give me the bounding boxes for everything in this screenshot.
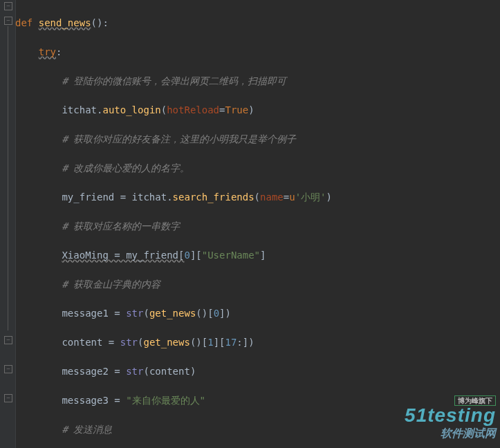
watermark-sub: 软件测试网 [441, 427, 496, 439]
code-line[interactable]: content = str(get_news()[1][17:]) [15, 335, 344, 350]
code-line[interactable]: message3 = "来自你最爱的人" [15, 393, 344, 408]
code-line[interactable]: # 获取金山字典的内容 [15, 277, 344, 292]
fold-icon[interactable]: − [4, 2, 12, 10]
fold-icon[interactable]: − [4, 17, 12, 25]
watermark-brand: 51testing [405, 404, 496, 426]
code-line[interactable]: # 改成你最心爱的人的名字。 [15, 161, 344, 176]
code-line[interactable]: # 发送消息 [15, 422, 344, 437]
code-line[interactable]: message2 = str(content) [15, 364, 344, 379]
code-line[interactable]: # 获取你对应的好友备注，这里的小明我只是举个例子 [15, 132, 344, 147]
code-editor[interactable]: def send_news(): try: # 登陆你的微信账号，会弹出网页二维… [15, 1, 344, 448]
code-line[interactable]: # 获取对应名称的一串数字 [15, 219, 344, 234]
code-line[interactable]: def send_news(): [15, 16, 344, 30]
editor-gutter: − − − − − [0, 0, 16, 448]
code-line[interactable]: message1 = str(get_news()[0]) [15, 306, 344, 321]
fold-icon[interactable]: − [4, 336, 12, 344]
fold-icon[interactable]: − [4, 365, 12, 373]
code-line[interactable]: XiaoMing = my_friend[0]["UserName"] [15, 248, 344, 263]
watermark: 博为峰旗下 51testing 软件测试网 [405, 393, 496, 441]
code-line[interactable]: try: [15, 45, 344, 59]
fold-icon[interactable]: − [4, 394, 12, 402]
fold-line [8, 26, 8, 330]
code-line[interactable]: my_friend = itchat.search_friends(name=u… [15, 190, 344, 205]
code-line[interactable]: # 登陆你的微信账号，会弹出网页二维码，扫描即可 [15, 74, 344, 88]
code-line[interactable]: itchat.auto_login(hotReload=True) [15, 103, 344, 118]
